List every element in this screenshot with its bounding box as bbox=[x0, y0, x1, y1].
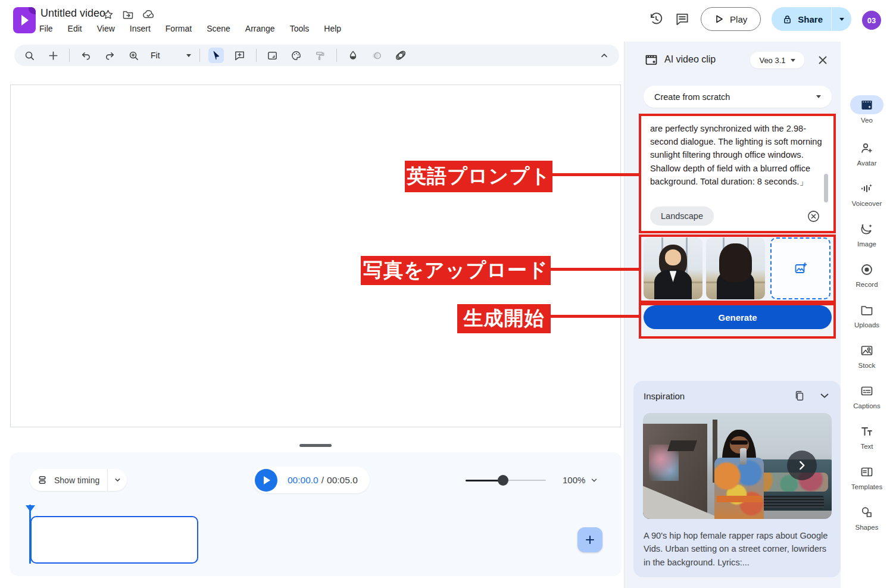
sidebar-item-image[interactable]: Image bbox=[841, 220, 893, 248]
add-scene-icon[interactable] bbox=[45, 48, 61, 63]
menu-tools[interactable]: Tools bbox=[290, 24, 310, 33]
timeline-zoom-slider-thumb[interactable] bbox=[498, 475, 508, 486]
sidebar-item-label: Avatar bbox=[857, 159, 876, 167]
prompt-text[interactable]: are perfectly synchronized with the 2.98… bbox=[650, 122, 824, 188]
toolbar-divider bbox=[69, 49, 70, 62]
toolbar-divider bbox=[256, 49, 257, 62]
zoom-fit-select[interactable]: Fit bbox=[149, 51, 161, 60]
sidebar-item-veo[interactable]: Veo bbox=[841, 95, 893, 124]
collapse-inspiration-chevron-icon[interactable] bbox=[819, 390, 830, 402]
share-dropdown-caret[interactable] bbox=[831, 7, 851, 31]
app-logo-icon[interactable] bbox=[13, 7, 36, 33]
sidebar-item-voiceover[interactable]: Voiceover bbox=[841, 180, 893, 207]
play-icon bbox=[714, 14, 724, 24]
cloud-saved-icon[interactable] bbox=[142, 8, 155, 20]
annotation-line-prompt bbox=[551, 173, 640, 176]
playback-control: 00:00.0 / 00:05.0 bbox=[252, 467, 370, 493]
reference-photo-front[interactable] bbox=[644, 237, 702, 299]
show-timing-caret[interactable] bbox=[107, 469, 127, 491]
share-button-label: Share bbox=[798, 14, 823, 24]
fill-color-icon[interactable] bbox=[345, 48, 361, 63]
sidebar-item-templates[interactable]: Templates bbox=[841, 463, 893, 490]
search-icon[interactable] bbox=[21, 48, 37, 63]
select-tool-icon[interactable] bbox=[208, 48, 224, 63]
zoom-in-icon[interactable] bbox=[126, 48, 141, 63]
timeline-play-button[interactable] bbox=[255, 469, 277, 492]
generate-button[interactable]: Generate bbox=[644, 305, 832, 329]
menu-insert[interactable]: Insert bbox=[130, 24, 151, 33]
menu-arrange[interactable]: Arrange bbox=[245, 24, 275, 33]
inspiration-title: Inspiration bbox=[644, 391, 685, 401]
share-button[interactable]: Share bbox=[772, 7, 851, 31]
add-reference-image-button[interactable] bbox=[770, 237, 830, 299]
menu-help[interactable]: Help bbox=[324, 24, 341, 33]
templates-icon bbox=[860, 465, 874, 479]
menu-scene[interactable]: Scene bbox=[207, 24, 230, 33]
text-icon bbox=[860, 424, 874, 439]
caret-down-icon bbox=[839, 18, 844, 21]
clear-prompt-button[interactable] bbox=[806, 209, 820, 223]
sidebar-item-avatar[interactable]: Avatar bbox=[841, 139, 893, 167]
menu-format[interactable]: Format bbox=[166, 24, 192, 33]
annotation-line-photos bbox=[549, 268, 640, 271]
version-history-icon[interactable] bbox=[648, 11, 664, 27]
image-detail bbox=[740, 448, 747, 465]
inspiration-next-button[interactable] bbox=[787, 451, 817, 480]
zoom-fit-caret-icon[interactable] bbox=[186, 54, 191, 57]
sidebar-item-label: Captions bbox=[853, 402, 880, 409]
menu-file[interactable]: File bbox=[39, 24, 53, 33]
link-rings-icon[interactable] bbox=[393, 48, 408, 63]
sidebar-item-label: Veo bbox=[861, 117, 873, 124]
image-detail bbox=[730, 440, 748, 445]
reference-photo-back[interactable] bbox=[706, 237, 765, 299]
creation-mode-select[interactable]: Create from scratch bbox=[644, 86, 832, 108]
model-version-label: Veo 3.1 bbox=[759, 56, 785, 65]
cancel-circle-icon bbox=[807, 209, 820, 223]
move-folder-icon[interactable] bbox=[122, 8, 134, 20]
add-comment-icon[interactable] bbox=[232, 48, 248, 63]
star-icon[interactable] bbox=[102, 9, 114, 20]
timeline-zoom-select[interactable]: 100% bbox=[563, 475, 598, 485]
collapse-toolbar-chevron-icon[interactable] bbox=[597, 48, 612, 63]
color-palette-icon[interactable] bbox=[289, 48, 304, 63]
aspect-ratio-chip[interactable]: Landscape bbox=[650, 207, 714, 226]
menu-edit[interactable]: Edit bbox=[68, 24, 82, 33]
copy-prompt-icon[interactable] bbox=[794, 390, 805, 402]
time-total: 00:05.0 bbox=[327, 475, 358, 486]
timeline-resize-handle[interactable] bbox=[299, 444, 332, 447]
document-title[interactable]: Untitled video bbox=[40, 7, 105, 20]
show-timing-button[interactable]: Show timing bbox=[30, 469, 127, 491]
creation-mode-value: Create from scratch bbox=[654, 92, 730, 102]
close-panel-button[interactable] bbox=[816, 53, 830, 67]
person-add-icon bbox=[860, 141, 874, 155]
photo-person-face bbox=[665, 249, 682, 265]
menu-view[interactable]: View bbox=[97, 24, 115, 33]
clapperboard-sparkle-icon bbox=[860, 98, 873, 111]
undo-icon[interactable] bbox=[78, 48, 93, 63]
redo-icon[interactable] bbox=[102, 48, 117, 63]
google-vids-window: Untitled video File Edit View Insert For… bbox=[0, 0, 893, 588]
captions-icon bbox=[860, 384, 874, 398]
sidebar-item-captions[interactable]: Captions bbox=[841, 382, 893, 409]
annotation-line-generate bbox=[549, 315, 640, 318]
add-scene-button[interactable] bbox=[577, 527, 602, 552]
sidebar-item-record[interactable]: Record bbox=[841, 261, 893, 288]
timeline-clip[interactable] bbox=[30, 516, 198, 564]
prompt-scrollbar-thumb[interactable] bbox=[824, 174, 828, 202]
frame-media-icon[interactable] bbox=[265, 48, 280, 63]
lock-icon bbox=[782, 14, 792, 24]
timeline-zoom-value: 100% bbox=[563, 475, 585, 485]
play-preview-button[interactable]: Play bbox=[701, 7, 761, 31]
comments-icon[interactable] bbox=[675, 11, 690, 27]
play-button-label: Play bbox=[730, 14, 747, 24]
sidebar-item-stock[interactable]: Stock bbox=[841, 342, 893, 369]
sidebar-item-uploads[interactable]: Uploads bbox=[841, 301, 893, 329]
annotation-label-english-prompt: 英語プロンプト bbox=[405, 161, 552, 192]
sidebar-item-shapes[interactable]: Shapes bbox=[841, 503, 893, 531]
close-icon bbox=[817, 54, 829, 66]
menubar: File Edit View Insert Format Scene Arran… bbox=[39, 24, 341, 33]
record-icon bbox=[860, 262, 874, 277]
model-version-select[interactable]: Veo 3.1 bbox=[750, 52, 804, 68]
account-avatar[interactable]: 03 bbox=[862, 11, 881, 30]
sidebar-item-text[interactable]: Text bbox=[841, 423, 893, 450]
